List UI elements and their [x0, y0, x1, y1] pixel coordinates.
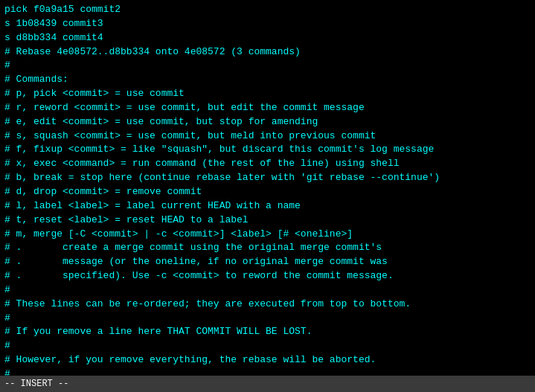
terminal-line: # s, squash <commit> = use commit, but m…	[4, 129, 531, 144]
terminal-line: pick f0a9a15 commit2	[4, 3, 531, 17]
terminal-line: # d, drop <commit> = remove commit	[4, 185, 531, 199]
terminal: pick f0a9a15 commit2s 1b08439 commit3s d…	[0, 0, 535, 392]
terminal-line: s d8bb334 commit4	[4, 31, 531, 45]
terminal-line: # p, pick <commit> = use commit	[4, 87, 531, 101]
terminal-line: # Commands:	[4, 73, 531, 87]
terminal-line: # . message (or the oneline, if no origi…	[4, 255, 531, 269]
terminal-line: # Rebase 4e08572..d8bb334 onto 4e08572 (…	[4, 45, 531, 60]
bottom-bar: -- INSERT --	[0, 376, 535, 392]
terminal-line: # m, merge [-C <commit> | -c <commit>] <…	[4, 228, 531, 242]
terminal-line: # f, fixup <commit> = like "squash", but…	[4, 143, 531, 157]
terminal-line: # However, if you remove everything, the…	[4, 353, 531, 367]
terminal-line: #	[4, 59, 531, 73]
terminal-line: # e, edit <commit> = use commit, but sto…	[4, 115, 531, 129]
terminal-line: # . create a merge commit using the orig…	[4, 241, 531, 255]
terminal-line: # If you remove a line here THAT COMMIT …	[4, 325, 531, 339]
terminal-line: s 1b08439 commit3	[4, 17, 531, 31]
terminal-line: # l, label <label> = label current HEAD …	[4, 199, 531, 213]
terminal-line: #	[4, 312, 531, 326]
terminal-line: # b, break = stop here (continue rebase …	[4, 171, 531, 185]
terminal-line: # t, reset <label> = reset HEAD to a lab…	[4, 213, 531, 228]
terminal-line: # r, reword <commit> = use commit, but e…	[4, 101, 531, 115]
terminal-line: # . specified). Use -c <commit> to rewor…	[4, 269, 531, 283]
mode-indicator: -- INSERT --	[4, 379, 68, 389]
terminal-line: # x, exec <command> = run command (the r…	[4, 157, 531, 171]
terminal-line: #	[4, 283, 531, 298]
terminal-line: # These lines can be re-ordered; they ar…	[4, 298, 531, 312]
terminal-line: #	[4, 339, 531, 353]
